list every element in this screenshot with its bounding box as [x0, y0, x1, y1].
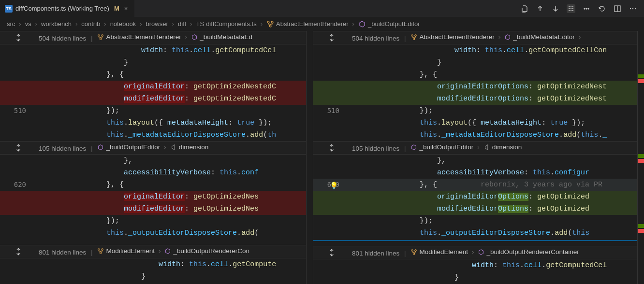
modified-badge: M: [114, 5, 119, 12]
code-line: }: [0, 57, 313, 69]
crumb-vs[interactable]: vs: [25, 20, 31, 28]
code-line: this.layout({ metadataHeight: true });: [313, 117, 644, 129]
crumb-workbench[interactable]: workbench: [41, 20, 72, 28]
code-line: },: [313, 155, 644, 167]
code-line: this._metadataEditorDisposeStore.add(thi…: [313, 129, 644, 141]
folded-region[interactable]: 504 hidden lines | AbstractElementRender…: [313, 31, 644, 44]
hidden-lines-count: 801 hidden lines: [39, 249, 86, 256]
svg-point-19: [411, 250, 413, 252]
svg-point-21: [413, 253, 415, 255]
crumb-src[interactable]: src: [7, 20, 15, 28]
code-line: this._outputEditorDisposeStore.add(: [0, 227, 313, 239]
svg-point-10: [98, 35, 100, 37]
svg-point-7: [267, 21, 269, 23]
svg-point-11: [102, 35, 103, 37]
unfold-icon[interactable]: [14, 247, 23, 256]
toggle-whitespace-icon[interactable]: [582, 4, 591, 13]
hidden-lines-count: 504 hidden lines: [39, 35, 86, 42]
left-overview-ruler[interactable]: [306, 31, 313, 284]
code-line: }: [313, 271, 644, 284]
original-pane[interactable]: 504 hidden lines | AbstractElementRender…: [0, 31, 313, 284]
svg-point-20: [415, 250, 417, 252]
code-line: this._outputEditorDisposeStore.add(this: [313, 227, 644, 239]
folded-region[interactable]: 504 hidden lines | AbstractElementRender…: [0, 31, 313, 44]
code-line: 510 });: [313, 105, 644, 117]
unfold-icon[interactable]: [14, 33, 23, 42]
prev-change-icon[interactable]: [536, 4, 544, 13]
code-line: width: this.cell.getComputedCel: [313, 259, 644, 271]
svg-point-13: [98, 249, 100, 251]
code-line-added: originalEditorOptions: getOptimized: [313, 191, 644, 203]
code-line: width: this.cell.getComputedCellCon: [313, 44, 644, 57]
folded-region[interactable]: 801 hidden lines | ModifiedElement › _bu…: [0, 245, 313, 258]
next-change-icon[interactable]: [551, 4, 560, 13]
svg-point-17: [415, 35, 417, 37]
svg-point-16: [411, 35, 413, 37]
svg-point-12: [100, 38, 102, 40]
unfold-icon[interactable]: [327, 248, 336, 257]
code-line: 510 });: [0, 105, 313, 117]
code-line-removed: modifiedEditor: getOptimizedNes: [0, 203, 313, 215]
code-line: width: this.cell.getComputedCel: [0, 44, 313, 57]
crumb-file[interactable]: TS diffComponents.ts: [196, 20, 257, 28]
svg-point-15: [100, 252, 102, 254]
code-line-removed: originalEditor: getOptimizedNestedC: [0, 81, 313, 93]
code-line: accessibilityVerbose: this.configur: [313, 167, 644, 179]
code-line: }: [0, 270, 313, 283]
svg-point-6: [635, 8, 636, 9]
folded-region[interactable]: 105 hidden lines | _buildOutputEditor › …: [313, 141, 644, 155]
code-line: this.layout({ metadataHeight: true });: [0, 117, 313, 129]
code-line: 620 }, { rebornix, 3 years ago via PR: [313, 179, 644, 191]
revert-icon[interactable]: [598, 4, 606, 13]
svg-point-1: [586, 8, 587, 9]
svg-point-8: [271, 21, 273, 23]
git-blame-annotation: rebornix, 3 years ago via PR: [481, 181, 607, 189]
crumb-contrib[interactable]: contrib: [81, 20, 100, 28]
code-line-added: originalEditorOptions: getOptimizedNest: [313, 81, 644, 93]
code-line: accessibilityVerbose: this.conf: [0, 167, 313, 179]
code-line: });: [0, 215, 313, 227]
svg-point-0: [584, 8, 585, 9]
diff-view-icon[interactable]: [567, 4, 575, 13]
code-line: },: [0, 155, 313, 167]
close-tab-icon[interactable]: ×: [122, 5, 130, 12]
svg-point-14: [102, 249, 103, 251]
code-line-removed: originalEditor: getOptimizedNes: [0, 191, 313, 203]
hidden-lines-count: 105 hidden lines: [39, 145, 86, 152]
crumb-browser[interactable]: browser: [146, 20, 168, 28]
more-actions-icon[interactable]: [629, 4, 637, 13]
folded-region[interactable]: 801 hidden lines | ModifiedElement › _bu…: [313, 246, 644, 259]
right-overview-ruler[interactable]: [637, 31, 644, 284]
diff-editor: 504 hidden lines | AbstractElementRender…: [0, 31, 644, 284]
split-editor-icon[interactable]: [613, 4, 622, 13]
code-line: }: [313, 57, 644, 69]
code-line: 620 }, {: [0, 179, 313, 191]
svg-point-5: [632, 8, 633, 9]
editor-tab-bar: TS diffComponents.ts (Working Tree) M ×: [0, 0, 644, 17]
crumb-diff[interactable]: diff: [178, 20, 186, 28]
go-to-file-icon[interactable]: [520, 4, 529, 13]
crumb-method[interactable]: _buildOutputEditor: [358, 20, 420, 28]
editor-toolbar: [513, 0, 644, 17]
code-line: }, {: [313, 69, 644, 81]
unfold-icon[interactable]: [327, 143, 336, 152]
code-line: }, {: [0, 69, 313, 81]
breadcrumb[interactable]: src› vs› workbench› contrib› notebook› b…: [0, 17, 644, 31]
tab-filename: diffComponents.ts (Working Tree): [15, 5, 109, 12]
hidden-lines-count: 801 hidden lines: [352, 250, 399, 257]
typescript-file-icon: TS: [5, 5, 13, 13]
modified-pane[interactable]: 504 hidden lines | AbstractElementRender…: [313, 31, 644, 284]
folded-region[interactable]: 105 hidden lines | _buildOutputEditor › …: [0, 141, 313, 155]
crumb-notebook[interactable]: notebook: [110, 20, 136, 28]
svg-point-18: [413, 38, 415, 40]
svg-point-9: [269, 25, 271, 27]
hidden-lines-count: 504 hidden lines: [352, 35, 399, 42]
typescript-file-icon: TS: [196, 20, 205, 28]
code-line-added: modifiedEditorOptions: getOptimizedNest: [313, 93, 644, 105]
unfold-icon[interactable]: [14, 143, 23, 152]
active-tab[interactable]: TS diffComponents.ts (Working Tree) M ×: [0, 0, 135, 17]
unfold-icon[interactable]: [327, 33, 336, 42]
crumb-class[interactable]: AbstractElementRenderer: [266, 20, 349, 28]
code-line-added: modifiedEditorOptions: getOptimized: [313, 203, 644, 215]
svg-point-4: [630, 8, 631, 9]
